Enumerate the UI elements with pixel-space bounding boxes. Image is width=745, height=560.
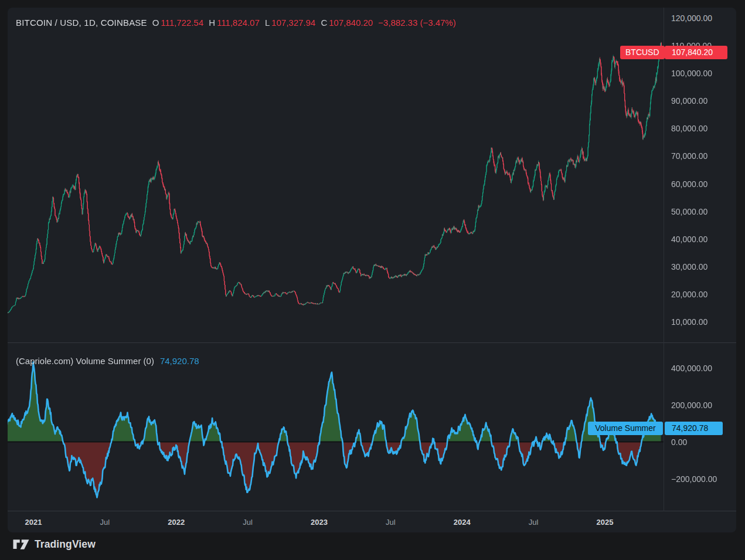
price-axis-divider: [664, 8, 664, 511]
time-axis-label-2023: 2023: [311, 517, 328, 528]
tradingview-logo-icon: [13, 538, 29, 551]
time-axis-divider: [8, 511, 736, 511]
volume-axis-label: −200,000.00: [671, 474, 717, 484]
time-axis-label-Jul: Jul: [243, 517, 253, 528]
volume-axis-label: 400,000.00: [671, 364, 712, 373]
low-label: L: [265, 18, 270, 28]
open-value: 111,722.54: [161, 18, 203, 28]
brand-name: TradingView: [35, 538, 96, 551]
price-axis-label: 80,000.00: [671, 124, 707, 133]
price-pane-canvas[interactable]: [8, 8, 664, 343]
low-value: 107,327.94: [271, 18, 315, 28]
indicator-value: 74,920.78: [160, 356, 199, 366]
price-axis-label: 70,000.00: [671, 151, 707, 161]
indicator-header: (Capriole.com) Volume Summer (0) 74,920.…: [16, 356, 199, 366]
attribution[interactable]: TradingView: [13, 538, 96, 551]
high-value: 111,824.07: [217, 18, 260, 28]
volume-pane-canvas[interactable]: [8, 343, 664, 511]
price-axis-label: 40,000.00: [671, 235, 707, 244]
volume-axis-label: 200,000.00: [671, 401, 712, 410]
time-axis-label-2022: 2022: [168, 517, 185, 528]
change-value: −3,882.33 (−3.47%): [378, 18, 456, 28]
indicator-value-label: 74,920.78: [665, 422, 723, 435]
symbol-header: BITCOIN / USD, 1D, COINBASE O 111,722.54…: [16, 18, 456, 28]
time-axis-label-Jul: Jul: [100, 517, 110, 528]
tradingview-widget: BITCOIN / USD, 1D, COINBASE O 111,722.54…: [0, 0, 745, 560]
price-axis-label: 20,000.00: [671, 290, 707, 299]
volume-axis-label: 0.00: [671, 437, 687, 447]
time-axis-label-2021: 2021: [25, 517, 42, 528]
time-axis-label-Jul: Jul: [529, 517, 539, 528]
time-axis-label-Jul: Jul: [386, 517, 396, 528]
time-axis-label-2025: 2025: [597, 517, 614, 528]
price-axis-label: 90,000.00: [671, 96, 707, 106]
chart-panel: BITCOIN / USD, 1D, COINBASE O 111,722.54…: [8, 8, 736, 532]
price-axis-label: 120,000.00: [671, 13, 712, 23]
price-axis-label: 10,000.00: [671, 317, 707, 327]
price-axis-label: 100,000.00: [671, 69, 712, 78]
symbol-title[interactable]: BITCOIN / USD, 1D, COINBASE: [16, 18, 147, 28]
pane-divider[interactable]: [8, 342, 736, 343]
last-price-label: 107,840.20: [665, 46, 727, 59]
high-label: H: [209, 18, 215, 28]
time-axis-label-2024: 2024: [454, 517, 471, 528]
indicator-title[interactable]: (Capriole.com) Volume Summer (0): [16, 356, 154, 366]
indicator-name-flag: Volume Summer: [588, 422, 663, 435]
close-value: 107,840.20: [329, 18, 373, 28]
open-label: O: [152, 18, 159, 28]
symbol-price-flag: BTCUSD: [620, 46, 665, 59]
price-axis-label: 60,000.00: [671, 179, 707, 189]
price-axis-label: 30,000.00: [671, 262, 707, 271]
close-label: C: [321, 18, 327, 28]
price-axis-label: 50,000.00: [671, 207, 707, 216]
